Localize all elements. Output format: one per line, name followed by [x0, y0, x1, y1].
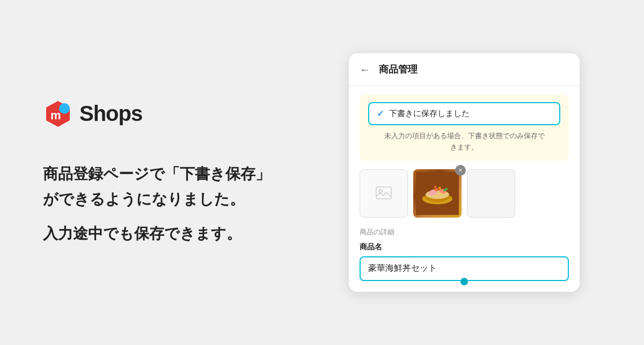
svg-point-2: [59, 103, 70, 114]
right-panel: ← 商品管理 ✓ 下書きに保存しました 未入力の項目がある場合、下書き状態でのみ…: [338, 42, 601, 303]
main-text-line1: 商品登録ページで「下書き保存」: [43, 161, 306, 187]
card-body: ✓ 下書きに保存しました 未入力の項目がある場合、下書き状態でのみ保存できます。: [349, 86, 580, 292]
section-label: 商品の詳細: [360, 227, 569, 237]
svg-rect-3: [376, 187, 391, 199]
logo-area: m Shops: [43, 99, 306, 129]
saved-text: 下書きに保存しました: [389, 109, 470, 119]
card-title: 商品管理: [379, 63, 418, 76]
food-image: [413, 169, 462, 218]
svg-point-12: [434, 186, 436, 188]
main-text-line2: ができるようになりました。: [43, 186, 306, 212]
main-text-line3: 入力途中でも保存できます。: [43, 221, 306, 247]
uploaded-image[interactable]: ×: [413, 169, 462, 218]
svg-point-10: [435, 188, 438, 191]
svg-point-4: [379, 190, 382, 193]
remove-image-button[interactable]: ×: [455, 165, 466, 176]
logo-text: Shops: [79, 102, 142, 126]
image-placeholder-1[interactable]: [360, 169, 408, 218]
svg-point-11: [438, 186, 441, 189]
product-name-input-wrapper: [360, 256, 569, 281]
field-label: 商品名: [360, 242, 569, 252]
main-description: 商品登録ページで「下書き保存」 ができるようになりました。 入力途中でも保存でき…: [43, 161, 306, 247]
check-icon: ✓: [377, 109, 384, 119]
alert-description: 未入力の項目がある場合、下書き状態でのみ保存できます。: [368, 131, 560, 153]
back-button[interactable]: ←: [360, 63, 370, 76]
logo-icon: m: [43, 99, 73, 129]
left-panel: m Shops 商品登録ページで「下書き保存」 ができるようになりました。 入力…: [0, 67, 338, 279]
card-header: ← 商品管理: [349, 53, 580, 86]
svg-text:m: m: [50, 109, 61, 122]
product-management-card: ← 商品管理 ✓ 下書きに保存しました 未入力の項目がある場合、下書き状態でのみ…: [349, 53, 580, 292]
alert-box: ✓ 下書きに保存しました 未入力の項目がある場合、下書き状態でのみ保存できます。: [360, 95, 569, 161]
image-slot-3[interactable]: [467, 169, 515, 218]
saved-notification: ✓ 下書きに保存しました: [368, 102, 560, 125]
image-upload-row: ×: [360, 169, 569, 218]
cursor-indicator: [460, 278, 468, 285]
